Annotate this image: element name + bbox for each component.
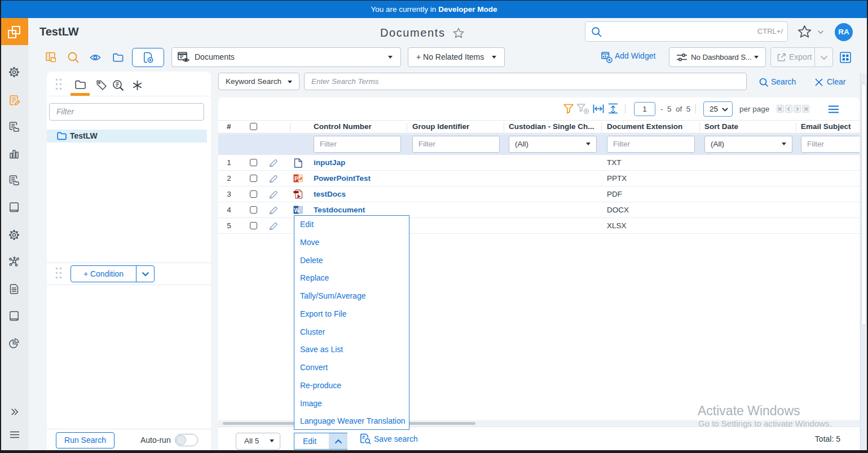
- svg-text:P: P: [294, 176, 298, 182]
- svg-text:W: W: [294, 207, 300, 214]
